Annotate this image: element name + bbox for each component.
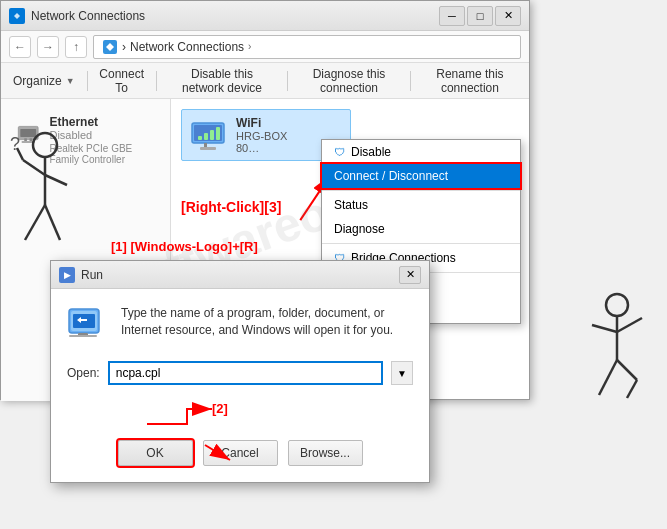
run-icon-small: ▶	[59, 267, 75, 283]
wifi-info: WiFi HRG-BOX 80…	[236, 116, 287, 154]
svg-point-27	[606, 294, 628, 316]
rename-button[interactable]: Rename this connection	[415, 67, 525, 95]
back-button[interactable]: ←	[9, 36, 31, 58]
ctx-status-label: Status	[334, 198, 368, 212]
run-body: Type the name of a program, folder, docu…	[51, 289, 429, 482]
stickman-right	[577, 290, 657, 410]
ctx-status[interactable]: Status	[322, 193, 520, 217]
ctx-diagnose[interactable]: Diagnose	[322, 217, 520, 241]
right-click-label: [Right-Click][3]	[181, 199, 281, 215]
ctx-sep-2	[322, 243, 520, 244]
run-buttons: OK Cancel Browse...	[67, 440, 413, 466]
up-button[interactable]: ↑	[65, 36, 87, 58]
svg-text:?: ?	[10, 134, 20, 154]
arrow-container: [2]	[67, 399, 413, 432]
run-input-row: Open: ▼	[67, 361, 413, 385]
connect-to-button[interactable]: Connect To	[91, 67, 152, 95]
svg-rect-38	[69, 335, 97, 337]
wifi-sub: HRG-BOX	[236, 130, 287, 142]
toolbar-separator-4	[410, 71, 411, 91]
window-icon	[9, 8, 25, 24]
ctx-sep-1	[322, 190, 520, 191]
input-arrow: [2]	[67, 399, 267, 429]
address-sep2: ›	[248, 41, 251, 52]
run-title-text: Run	[81, 268, 399, 282]
wifi-name: WiFi	[236, 116, 287, 130]
minimize-button[interactable]: ─	[439, 6, 465, 26]
run-description: Type the name of a program, folder, docu…	[121, 305, 413, 347]
ctx-diagnose-label: Diagnose	[334, 222, 385, 236]
address-text: ›	[122, 40, 126, 54]
run-browse-button[interactable]: Browse...	[288, 440, 363, 466]
svg-text:[2]: [2]	[212, 401, 228, 416]
run-dialog-icon	[67, 305, 109, 347]
run-header: Type the name of a program, folder, docu…	[67, 305, 413, 347]
maximize-button[interactable]: □	[467, 6, 493, 26]
svg-rect-14	[200, 147, 216, 150]
svg-line-25	[45, 205, 60, 240]
run-open-label: Open:	[67, 366, 100, 380]
toolbar-separator-2	[156, 71, 157, 91]
svg-line-23	[45, 175, 67, 185]
wifi-signal: 80…	[236, 142, 287, 154]
toolbar: Organize ▼ Connect To Disable this netwo…	[1, 63, 529, 99]
label-1: [1] [Windows-Logo]+[R]	[111, 239, 258, 254]
forward-button[interactable]: →	[37, 36, 59, 58]
disable-device-button[interactable]: Disable this network device	[161, 67, 283, 95]
ok-arrow	[200, 440, 260, 466]
ctx-disable-label: Disable	[351, 145, 391, 159]
shield-icon-1: 🛡	[334, 146, 345, 158]
address-path[interactable]: › Network Connections ›	[93, 35, 521, 59]
window-title: Network Connections	[31, 9, 439, 23]
ethernet-name: Ethernet	[49, 115, 156, 129]
run-input-field[interactable]	[108, 361, 383, 385]
run-ok-button[interactable]: OK	[118, 440, 193, 466]
organize-button[interactable]: Organize ▼	[5, 67, 83, 95]
ctx-connect-label: Connect / Disconnect	[334, 169, 448, 183]
svg-point-19	[33, 133, 57, 157]
svg-line-31	[599, 360, 617, 395]
svg-line-32	[617, 360, 637, 380]
svg-rect-11	[210, 130, 214, 140]
ctx-connect-disconnect[interactable]: Connect / Disconnect	[322, 164, 520, 188]
svg-line-33	[627, 380, 637, 398]
wifi-icon-container	[188, 117, 228, 153]
stickman-left: ?	[5, 130, 85, 260]
title-bar: Network Connections ─ □ ✕	[1, 1, 529, 31]
address-bar: ← → ↑ › Network Connections ›	[1, 31, 529, 63]
organize-chevron: ▼	[66, 76, 75, 86]
ctx-disable[interactable]: 🛡 Disable	[322, 140, 520, 164]
run-close-button[interactable]: ✕	[399, 266, 421, 284]
wifi-icon	[188, 117, 228, 153]
svg-rect-9	[198, 136, 202, 140]
run-dialog-title: ▶ Run ✕	[51, 261, 429, 289]
svg-rect-10	[204, 133, 208, 140]
run-dropdown-button[interactable]: ▼	[391, 361, 413, 385]
window-controls: ─ □ ✕	[439, 6, 521, 26]
svg-rect-12	[216, 127, 220, 140]
run-dialog: [1] [Windows-Logo]+[R] ▶ Run ✕ Type the …	[50, 260, 430, 483]
toolbar-separator-1	[87, 71, 88, 91]
svg-line-21	[23, 160, 45, 175]
close-button[interactable]: ✕	[495, 6, 521, 26]
svg-line-30	[617, 318, 642, 332]
toolbar-separator-3	[287, 71, 288, 91]
diagnose-button[interactable]: Diagnose this connection	[292, 67, 406, 95]
svg-line-24	[25, 205, 45, 240]
address-path-text: Network Connections	[130, 40, 244, 54]
svg-line-29	[592, 325, 617, 332]
